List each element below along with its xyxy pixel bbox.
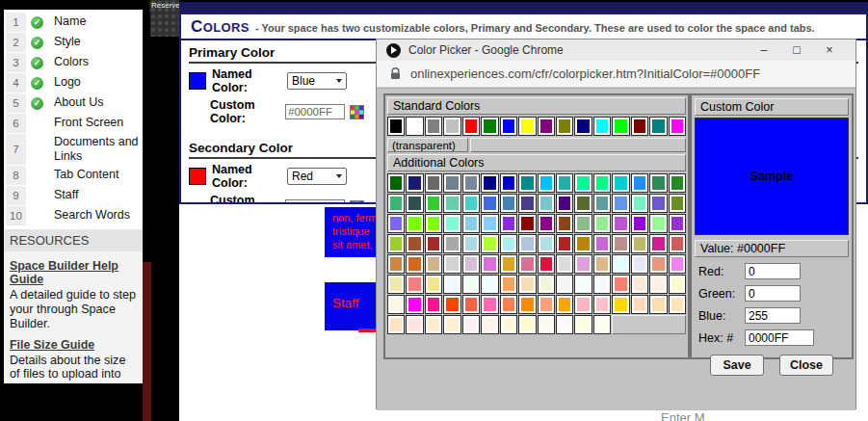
sidebar-item-documents-and-links[interactable]: 7 Documents and Links bbox=[6, 134, 143, 165]
color-swatch[interactable] bbox=[556, 254, 573, 274]
color-swatch[interactable] bbox=[669, 254, 686, 274]
color-swatch[interactable] bbox=[387, 194, 405, 213]
color-swatch[interactable] bbox=[518, 214, 536, 233]
sidebar-item-front-screen[interactable]: 6 Front Screen bbox=[6, 114, 143, 133]
color-swatch[interactable] bbox=[612, 194, 629, 213]
color-swatch[interactable] bbox=[500, 234, 517, 253]
color-swatch[interactable] bbox=[481, 315, 498, 334]
color-swatch[interactable] bbox=[425, 214, 442, 233]
color-swatch[interactable] bbox=[443, 275, 460, 294]
color-swatch[interactable] bbox=[612, 214, 629, 233]
primary-named-color-select[interactable]: Blue bbox=[287, 72, 347, 90]
color-swatch[interactable] bbox=[518, 275, 536, 294]
color-swatch[interactable] bbox=[669, 295, 686, 314]
color-swatch[interactable] bbox=[538, 275, 555, 294]
color-swatch[interactable] bbox=[500, 214, 517, 233]
color-swatch[interactable] bbox=[556, 315, 573, 334]
color-swatch[interactable] bbox=[443, 254, 460, 274]
color-swatch[interactable] bbox=[481, 275, 498, 294]
color-swatch[interactable] bbox=[425, 254, 442, 274]
color-swatch[interactable] bbox=[631, 117, 648, 136]
sidebar-item-tab-content[interactable]: 8 Tab Content bbox=[6, 166, 143, 185]
color-swatch[interactable] bbox=[518, 117, 536, 136]
color-swatch[interactable] bbox=[669, 194, 686, 213]
color-swatch[interactable] bbox=[669, 117, 686, 136]
color-swatch[interactable] bbox=[462, 173, 480, 193]
color-swatch[interactable] bbox=[631, 214, 648, 233]
sidebar-item-staff[interactable]: 9 Staff bbox=[6, 186, 143, 205]
transparent-button[interactable]: (transparent) bbox=[387, 138, 468, 152]
color-swatch[interactable] bbox=[574, 315, 592, 334]
color-swatch[interactable] bbox=[481, 295, 498, 314]
color-swatch[interactable] bbox=[649, 275, 667, 294]
color-grid-icon[interactable] bbox=[350, 105, 364, 119]
color-swatch[interactable] bbox=[669, 214, 686, 233]
color-swatch[interactable] bbox=[462, 234, 480, 253]
color-swatch[interactable] bbox=[556, 234, 573, 253]
color-swatch[interactable] bbox=[612, 254, 629, 274]
hex-input[interactable] bbox=[745, 329, 814, 346]
color-swatch[interactable] bbox=[518, 315, 536, 334]
sidebar-item-colors[interactable]: 3 Colors bbox=[6, 53, 143, 72]
color-swatch[interactable] bbox=[612, 117, 629, 136]
color-swatch[interactable] bbox=[593, 295, 611, 314]
link-space-builder-help-guide[interactable]: Space Builder Help Guide bbox=[10, 259, 137, 286]
color-swatch[interactable] bbox=[443, 315, 460, 334]
color-swatch[interactable] bbox=[669, 234, 686, 253]
color-swatch[interactable] bbox=[462, 275, 480, 294]
color-swatch[interactable] bbox=[556, 173, 573, 193]
color-swatch[interactable] bbox=[425, 173, 442, 193]
color-swatch[interactable] bbox=[556, 117, 573, 136]
color-swatch[interactable] bbox=[481, 194, 498, 213]
color-swatch[interactable] bbox=[387, 173, 405, 193]
color-swatch[interactable] bbox=[406, 194, 423, 213]
color-swatch[interactable] bbox=[538, 254, 555, 274]
secondary-custom-color-input[interactable] bbox=[285, 199, 345, 204]
address-bar[interactable]: onlinexperiences.com/cfr/colorpicker.htm… bbox=[377, 61, 855, 88]
color-swatch[interactable] bbox=[649, 214, 667, 233]
color-swatch[interactable] bbox=[574, 194, 592, 213]
color-swatch[interactable] bbox=[443, 234, 460, 253]
color-swatch[interactable] bbox=[481, 254, 498, 274]
secondary-named-color-select[interactable]: Red bbox=[287, 168, 347, 185]
color-swatch[interactable] bbox=[518, 173, 536, 193]
color-swatch[interactable] bbox=[518, 234, 536, 253]
color-swatch[interactable] bbox=[425, 194, 442, 213]
color-swatch[interactable] bbox=[631, 295, 648, 314]
color-swatch[interactable] bbox=[443, 214, 460, 233]
color-swatch[interactable] bbox=[500, 117, 517, 136]
color-swatch[interactable] bbox=[649, 295, 667, 314]
color-swatch[interactable] bbox=[574, 275, 592, 294]
color-swatch[interactable] bbox=[593, 214, 611, 233]
color-swatch[interactable] bbox=[631, 234, 648, 253]
green-input[interactable] bbox=[745, 285, 801, 302]
color-swatch[interactable] bbox=[593, 315, 611, 334]
color-swatch[interactable] bbox=[649, 254, 667, 274]
color-swatch[interactable] bbox=[387, 214, 405, 233]
color-swatch[interactable] bbox=[593, 194, 611, 213]
color-swatch[interactable] bbox=[518, 254, 536, 274]
color-swatch[interactable] bbox=[574, 173, 592, 193]
color-swatch[interactable] bbox=[538, 173, 555, 193]
color-swatch[interactable] bbox=[406, 275, 423, 294]
color-swatch[interactable] bbox=[425, 315, 442, 334]
color-swatch[interactable] bbox=[462, 254, 480, 274]
color-swatch[interactable] bbox=[538, 315, 555, 334]
color-swatch[interactable] bbox=[443, 194, 460, 213]
color-swatch[interactable] bbox=[387, 117, 405, 136]
color-swatch[interactable] bbox=[500, 295, 517, 314]
color-swatch[interactable] bbox=[538, 234, 555, 253]
color-swatch[interactable] bbox=[538, 214, 555, 233]
color-swatch[interactable] bbox=[631, 173, 648, 193]
color-swatch[interactable] bbox=[462, 295, 480, 314]
save-button[interactable]: Save bbox=[710, 355, 764, 376]
color-swatch[interactable] bbox=[443, 173, 460, 193]
color-swatch[interactable] bbox=[574, 117, 592, 136]
red-input[interactable] bbox=[745, 263, 801, 279]
color-swatch[interactable] bbox=[406, 214, 423, 233]
color-swatch[interactable] bbox=[593, 234, 611, 253]
sidebar-item-name[interactable]: 1 Name bbox=[6, 13, 143, 32]
color-swatch[interactable] bbox=[669, 275, 686, 294]
color-swatch[interactable] bbox=[612, 275, 629, 294]
color-swatch[interactable] bbox=[556, 214, 573, 233]
